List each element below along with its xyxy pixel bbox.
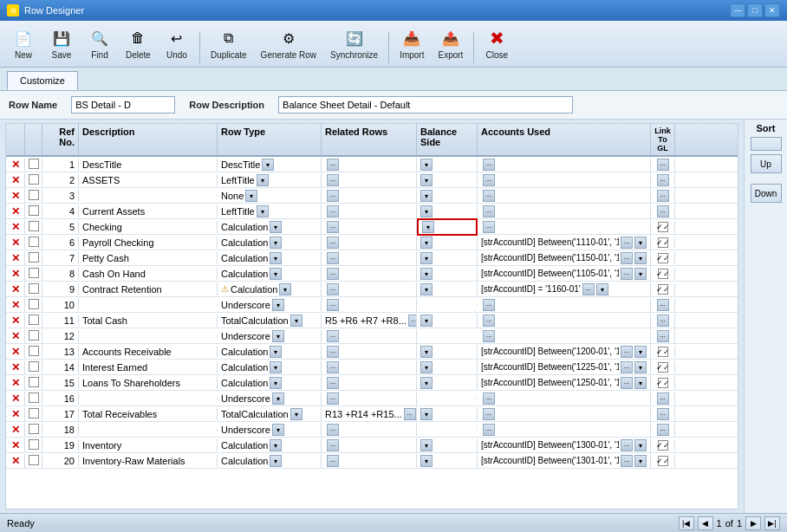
table-row[interactable]: ✕ 12 Underscore ▾ ··· ··· ···: [6, 328, 738, 344]
balanceside-dd-7[interactable]: ▾: [420, 268, 433, 280]
linktgl-dots-2[interactable]: ···: [657, 190, 669, 202]
cell-rr-8[interactable]: ···: [322, 282, 417, 296]
cell-x-10[interactable]: ✕: [6, 314, 25, 328]
checkbox-19[interactable]: [29, 455, 39, 465]
linktgl-check-13[interactable]: ✓: [658, 362, 668, 373]
linktgl-dots-16[interactable]: ···: [657, 408, 669, 420]
cell-cb-6[interactable]: [25, 251, 42, 265]
cell-cb-8[interactable]: [25, 282, 42, 296]
linktgl-dots-11[interactable]: ···: [657, 330, 669, 342]
cell-au-8[interactable]: [strAccountID] = '1160-01' ··· ▾: [478, 282, 651, 296]
cell-au-9[interactable]: ···: [478, 298, 651, 312]
accounts-dots-3[interactable]: ···: [483, 205, 495, 217]
relatedrows-dots-13[interactable]: ···: [327, 361, 339, 373]
rowtype-dd-9[interactable]: ▾: [272, 299, 284, 311]
checkbox-2[interactable]: [29, 190, 39, 200]
relatedrows-dots-14[interactable]: ···: [327, 377, 339, 389]
cell-rr-6[interactable]: ···: [322, 251, 417, 265]
cell-rt-3[interactable]: LeftTitle ▾: [218, 204, 322, 218]
cell-au-15[interactable]: ···: [478, 392, 651, 405]
cell-bs-7[interactable]: ▾: [417, 267, 478, 281]
accounts-dots-7[interactable]: ···: [621, 268, 633, 280]
cell-cb-16[interactable]: [25, 407, 42, 421]
cell-bs-5[interactable]: ▾: [417, 236, 478, 250]
cell-x-19[interactable]: ✕: [6, 454, 25, 468]
minimize-button[interactable]: —: [730, 3, 745, 17]
rowtype-dd-6[interactable]: ▾: [270, 252, 282, 264]
cell-bs-10[interactable]: ▾: [417, 314, 478, 328]
rowtype-dd-15[interactable]: ▾: [272, 393, 284, 405]
cell-x-13[interactable]: ✕: [6, 360, 25, 374]
row-name-input[interactable]: [71, 96, 175, 114]
checkbox-9[interactable]: [29, 299, 39, 309]
linktgl-dots-0[interactable]: ···: [657, 159, 669, 171]
relatedrows-dots-10[interactable]: ···: [408, 315, 417, 327]
undo-button[interactable]: ↩ Undo: [159, 24, 195, 63]
rowtype-dd-16[interactable]: ▾: [290, 408, 302, 420]
cell-rr-11[interactable]: ···: [322, 329, 417, 343]
linktgl-dots-3[interactable]: ···: [657, 205, 669, 217]
accounts-dots-17[interactable]: ···: [483, 424, 495, 436]
linktgl-dots-17[interactable]: ···: [657, 424, 669, 436]
checkbox-14[interactable]: [29, 377, 39, 387]
cell-au-16[interactable]: ···: [478, 407, 651, 421]
cell-x-3[interactable]: ✕: [6, 204, 25, 218]
table-row[interactable]: ✕ 14 Interest Earned Calculation ▾ ··· ▾…: [6, 360, 738, 375]
checkbox-1[interactable]: [29, 174, 39, 185]
cell-rt-4[interactable]: Calculation ▾: [218, 220, 322, 234]
nav-prev-button[interactable]: ◀: [698, 516, 713, 530]
relatedrows-dots-7[interactable]: ···: [327, 268, 339, 280]
rowtype-dd-0[interactable]: ▾: [262, 159, 274, 171]
cell-lg-10[interactable]: ···: [651, 314, 675, 328]
cell-au-19[interactable]: [strAccountID] Between('1301-01', '13...…: [478, 454, 651, 468]
cell-bs-3[interactable]: ▾: [417, 204, 478, 218]
linktgl-dots-9[interactable]: ···: [657, 299, 669, 311]
checkbox-10[interactable]: [29, 315, 39, 325]
cell-rr-3[interactable]: ···: [322, 204, 417, 218]
accounts-dd-6[interactable]: ▾: [634, 252, 647, 264]
cell-x-9[interactable]: ✕: [6, 298, 25, 312]
cell-cb-19[interactable]: [25, 454, 42, 468]
accounts-dots-12[interactable]: ···: [621, 346, 633, 358]
relatedrows-dots-18[interactable]: ···: [327, 439, 339, 451]
row-desc-input[interactable]: [278, 96, 573, 114]
cell-rt-15[interactable]: Underscore ▾: [218, 392, 322, 405]
cell-lg-12[interactable]: ✓: [651, 346, 675, 358]
relatedrows-dots-0[interactable]: ···: [327, 159, 339, 171]
cell-x-2[interactable]: ✕: [6, 189, 25, 203]
generate-row-button[interactable]: ⚙ Generate Row: [255, 24, 322, 63]
accounts-dots-8[interactable]: ···: [582, 283, 595, 295]
relatedrows-dots-19[interactable]: ···: [327, 455, 339, 467]
linktgl-check-19[interactable]: ✓: [658, 456, 668, 466]
nav-next-button[interactable]: ▶: [745, 516, 761, 530]
cell-lg-15[interactable]: ···: [651, 392, 675, 405]
cell-cb-0[interactable]: [25, 158, 42, 172]
linktgl-check-12[interactable]: ✓: [658, 347, 668, 357]
linktgl-check-18[interactable]: ✓: [658, 440, 668, 451]
delete-button[interactable]: 🗑 Delete: [120, 24, 157, 63]
relatedrows-dots-8[interactable]: ···: [327, 283, 339, 295]
cell-cb-4[interactable]: [25, 220, 42, 234]
new-button[interactable]: 📄 New: [5, 24, 42, 63]
accounts-dots-5[interactable]: ···: [621, 237, 633, 249]
cell-rt-1[interactable]: LeftTitle ▾: [218, 173, 322, 187]
tab-customize[interactable]: Customize: [7, 71, 78, 90]
cell-rt-17[interactable]: Underscore ▾: [218, 423, 322, 437]
relatedrows-dots-5[interactable]: ···: [327, 237, 339, 249]
cell-x-18[interactable]: ✕: [6, 438, 25, 452]
cell-lg-9[interactable]: ···: [651, 298, 675, 312]
balanceside-dd-4[interactable]: ▾: [422, 221, 434, 233]
cell-rt-14[interactable]: Calculation ▾: [218, 376, 322, 390]
accounts-dd-7[interactable]: ▾: [634, 268, 647, 280]
cell-cb-13[interactable]: [25, 360, 42, 374]
cell-x-12[interactable]: ✕: [6, 345, 25, 359]
table-row[interactable]: ✕ 17 Total Receivables TotalCalculation …: [6, 406, 738, 422]
balanceside-dd-10[interactable]: ▾: [420, 315, 433, 327]
cell-cb-7[interactable]: [25, 267, 42, 281]
cell-au-3[interactable]: ···: [478, 204, 651, 218]
cell-bs-1[interactable]: ▾: [417, 173, 478, 187]
cell-lg-0[interactable]: ···: [651, 158, 675, 172]
cell-rr-15[interactable]: ···: [322, 392, 417, 405]
sort-down-button[interactable]: Down: [751, 184, 782, 203]
cell-x-17[interactable]: ✕: [6, 423, 25, 437]
